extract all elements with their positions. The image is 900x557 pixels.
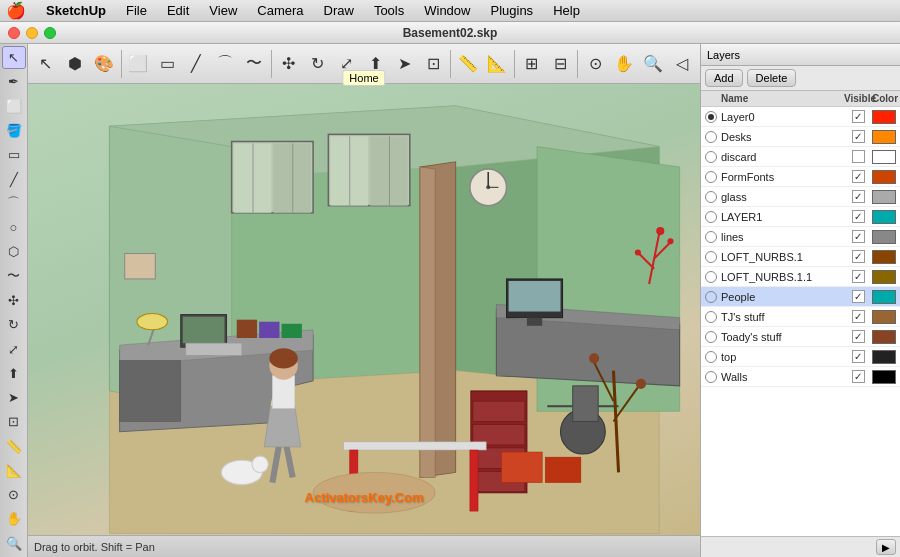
layer-radio[interactable] [705, 191, 717, 203]
layer-row[interactable]: discard [701, 147, 900, 167]
tb-protractor[interactable]: 📐 [483, 48, 511, 80]
layer-row[interactable]: Layer0✓ [701, 107, 900, 127]
layer-radio[interactable] [705, 311, 717, 323]
tb-move[interactable]: ✣ [275, 48, 303, 80]
tool-circle[interactable]: ○ [2, 216, 26, 239]
layer-row[interactable]: Toady's stuff✓ [701, 327, 900, 347]
layer-color-swatch[interactable] [872, 370, 896, 384]
tool-rotate[interactable]: ↻ [2, 313, 26, 336]
delete-layer-button[interactable]: Delete [747, 69, 797, 87]
tb-eraser[interactable]: ⬜ [125, 48, 153, 80]
layer-row[interactable]: LOFT_NURBS.1✓ [701, 247, 900, 267]
tool-polygon[interactable]: ⬡ [2, 240, 26, 263]
layer-row[interactable]: Desks✓ [701, 127, 900, 147]
tool-pan[interactable]: ✋ [2, 507, 26, 530]
tool-protractor[interactable]: 📐 [2, 459, 26, 482]
tb-pan[interactable]: ✋ [610, 48, 638, 80]
layer-radio[interactable] [705, 291, 717, 303]
menu-help[interactable]: Help [549, 2, 584, 19]
layer-color-swatch[interactable] [872, 150, 896, 164]
close-button[interactable] [8, 27, 20, 39]
layer-color-swatch[interactable] [872, 230, 896, 244]
layer-checkbox[interactable] [852, 150, 865, 163]
layer-radio[interactable] [705, 371, 717, 383]
tool-paint[interactable]: 🪣 [2, 119, 26, 142]
tb-select[interactable]: ↖ [32, 48, 60, 80]
layer-row[interactable]: glass✓ [701, 187, 900, 207]
layer-checkbox[interactable]: ✓ [852, 110, 865, 123]
layer-radio[interactable] [705, 111, 717, 123]
menu-tools[interactable]: Tools [370, 2, 408, 19]
tb-tape[interactable]: 📏 [454, 48, 482, 80]
layer-row[interactable]: lines✓ [701, 227, 900, 247]
layer-radio[interactable] [705, 171, 717, 183]
layer-checkbox[interactable]: ✓ [852, 190, 865, 203]
layer-radio[interactable] [705, 271, 717, 283]
layer-color-swatch[interactable] [872, 110, 896, 124]
layer-checkbox[interactable]: ✓ [852, 330, 865, 343]
layer-checkbox[interactable]: ✓ [852, 230, 865, 243]
tb-zoom[interactable]: 🔍 [639, 48, 667, 80]
tb-component[interactable]: ⬢ [61, 48, 89, 80]
tool-pencil[interactable]: ✒ [2, 70, 26, 93]
tb-arc[interactable]: ⌒ [211, 48, 239, 80]
menu-draw[interactable]: Draw [320, 2, 358, 19]
layer-color-swatch[interactable] [872, 190, 896, 204]
tool-scale[interactable]: ⤢ [2, 337, 26, 360]
layer-row[interactable]: top✓ [701, 347, 900, 367]
layer-color-swatch[interactable] [872, 290, 896, 304]
layer-checkbox[interactable]: ✓ [852, 350, 865, 363]
layer-checkbox[interactable]: ✓ [852, 170, 865, 183]
tool-select[interactable]: ↖ [2, 46, 26, 69]
tool-move[interactable]: ✣ [2, 289, 26, 312]
layer-row[interactable]: TJ's stuff✓ [701, 307, 900, 327]
tool-tape[interactable]: 📏 [2, 435, 26, 458]
tb-line[interactable]: ╱ [182, 48, 210, 80]
layer-radio[interactable] [705, 231, 717, 243]
layer-radio[interactable] [705, 251, 717, 263]
menu-view[interactable]: View [205, 2, 241, 19]
apple-menu[interactable]: 🍎 [6, 1, 26, 20]
layer-color-swatch[interactable] [872, 210, 896, 224]
layer-color-swatch[interactable] [872, 330, 896, 344]
3d-viewport[interactable]: ActivatorsKey.Com [28, 84, 700, 535]
layers-arrow-button[interactable]: ▶ [876, 539, 896, 555]
tool-freehand[interactable]: 〜 [2, 265, 26, 288]
layer-radio[interactable] [705, 331, 717, 343]
tool-offset[interactable]: ⊡ [2, 410, 26, 433]
tool-zoom[interactable]: 🔍 [2, 532, 26, 555]
layer-checkbox[interactable]: ✓ [852, 250, 865, 263]
layer-checkbox[interactable]: ✓ [852, 270, 865, 283]
tb-freehand[interactable]: 〜 [240, 48, 268, 80]
tool-eraser[interactable]: ⬜ [2, 95, 26, 118]
layer-checkbox[interactable]: ✓ [852, 130, 865, 143]
menu-edit[interactable]: Edit [163, 2, 193, 19]
tb-offset[interactable]: ⊡ [419, 48, 447, 80]
layer-color-swatch[interactable] [872, 310, 896, 324]
layer-checkbox[interactable]: ✓ [852, 310, 865, 323]
tb-orbit[interactable]: ⊙ [581, 48, 609, 80]
layer-radio[interactable] [705, 151, 717, 163]
layer-row[interactable]: LOFT_NURBS.1.1✓ [701, 267, 900, 287]
layer-color-swatch[interactable] [872, 270, 896, 284]
tb-paint[interactable]: 🎨 [90, 48, 118, 80]
layer-color-swatch[interactable] [872, 250, 896, 264]
layer-color-swatch[interactable] [872, 350, 896, 364]
tb-rotate[interactable]: ↻ [304, 48, 332, 80]
layer-radio[interactable] [705, 351, 717, 363]
layer-row[interactable]: FormFonts✓ [701, 167, 900, 187]
layer-color-swatch[interactable] [872, 130, 896, 144]
layer-checkbox[interactable]: ✓ [852, 290, 865, 303]
tool-line[interactable]: ╱ [2, 167, 26, 190]
menu-window[interactable]: Window [420, 2, 474, 19]
tb-rectangle[interactable]: ▭ [153, 48, 181, 80]
menu-sketchup[interactable]: SketchUp [42, 2, 110, 19]
tool-push-pull[interactable]: ⬆ [2, 362, 26, 385]
minimize-button[interactable] [26, 27, 38, 39]
menu-plugins[interactable]: Plugins [486, 2, 537, 19]
add-layer-button[interactable]: Add [705, 69, 743, 87]
layer-row[interactable]: People✓ [701, 287, 900, 307]
layer-checkbox[interactable]: ✓ [852, 370, 865, 383]
tool-arc[interactable]: ⌒ [2, 192, 26, 215]
tool-rectangle[interactable]: ▭ [2, 143, 26, 166]
